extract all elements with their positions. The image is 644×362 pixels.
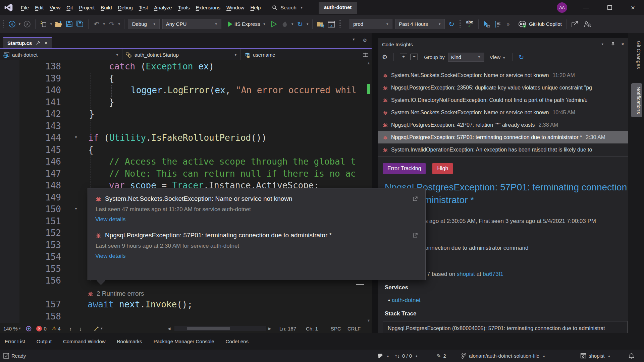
exception-row[interactable]: System.Net.Sockets.SocketException: Name… bbox=[378, 106, 628, 119]
rail-tab-notifications[interactable]: Notifications bbox=[631, 83, 642, 117]
menu-tools[interactable]: Tools bbox=[175, 3, 193, 12]
window-close-button[interactable]: × bbox=[624, 0, 642, 15]
toolbar-grip[interactable] bbox=[339, 20, 341, 28]
bottom-tab-bookmarks[interactable]: Bookmarks bbox=[117, 339, 142, 344]
scroll-down-icon[interactable]: ▼ bbox=[365, 318, 372, 322]
spell-check-button[interactable]: abc ✓ bbox=[465, 20, 475, 28]
code-line-142[interactable]: 142} bbox=[0, 109, 365, 121]
nav-type-dropdown[interactable]: auth_dotnet.Startup ▼ bbox=[122, 49, 241, 60]
error-count-icon[interactable]: ✕ bbox=[36, 326, 42, 331]
send-feedback-icon[interactable] bbox=[571, 20, 579, 28]
exception-row[interactable]: System.Net.Sockets.SocketException: Name… bbox=[378, 69, 628, 81]
horizontal-scrollbar[interactable] bbox=[174, 326, 266, 331]
notifications-bell-icon[interactable] bbox=[629, 350, 634, 362]
zoom-level[interactable]: 140 % bbox=[3, 326, 18, 331]
redo-caret-icon[interactable]: ▼ bbox=[118, 22, 121, 26]
error-count[interactable]: 0 bbox=[44, 326, 46, 331]
code-line-138[interactable]: 138catch (Exception ex) bbox=[0, 61, 365, 73]
next-issue-icon[interactable]: ↓ bbox=[79, 326, 82, 331]
settings-gear-icon[interactable]: ⚙ bbox=[382, 53, 387, 61]
github-copilot-button[interactable]: GitHub Copilot bbox=[518, 20, 562, 28]
environment-dropdown[interactable]: prod▼ bbox=[350, 19, 392, 29]
exception-row[interactable]: Npgsql.PostgresException: 57P01: termina… bbox=[378, 131, 628, 143]
menu-file[interactable]: File bbox=[18, 3, 32, 12]
code-line-157[interactable]: 157await next.Invoke(); bbox=[0, 299, 365, 311]
rail-tab-git-changes[interactable]: Git Changes bbox=[631, 38, 642, 72]
pin-icon[interactable] bbox=[36, 41, 40, 45]
fold-chevron-icon[interactable]: ▾ bbox=[74, 134, 77, 140]
exception-row[interactable]: System.InvalidOperationException: An exc… bbox=[378, 143, 628, 156]
exception-row[interactable]: Npgsql.PostgresException: 23505: duplica… bbox=[378, 81, 628, 94]
view-dropdown[interactable]: View ▼ bbox=[490, 54, 506, 60]
solution-platform-dropdown[interactable]: Any CPU▼ bbox=[162, 19, 221, 29]
code-line-139[interactable]: 139{ bbox=[0, 73, 365, 85]
environment-item[interactable]: shopist ▲ bbox=[580, 350, 611, 362]
fold-chevron-icon[interactable]: ▾ bbox=[74, 205, 77, 212]
code-line-147[interactable]: 147// Note: This can return null if ther… bbox=[0, 169, 365, 181]
menu-git[interactable]: Git bbox=[63, 3, 76, 12]
code-line-140[interactable]: 140logger.LogError(ex, "An error occurre… bbox=[0, 85, 365, 97]
horizontal-scroll-thumb[interactable] bbox=[187, 327, 230, 330]
user-search-icon[interactable] bbox=[583, 20, 592, 28]
save-all-button[interactable] bbox=[76, 20, 85, 28]
service-link[interactable]: auth-dotnet bbox=[392, 297, 421, 303]
toolbar-overflow-icon[interactable]: » bbox=[504, 20, 513, 28]
intellicode-icon[interactable] bbox=[26, 326, 32, 331]
menu-build[interactable]: Build bbox=[98, 3, 115, 12]
line-indicator[interactable]: Ln: 167 bbox=[279, 326, 296, 331]
bottom-tab-codelens[interactable]: CodeLens bbox=[226, 339, 249, 344]
bottom-tab-error-list[interactable]: Error List bbox=[5, 339, 25, 344]
new-file-caret-icon[interactable]: ▼ bbox=[50, 22, 53, 26]
exception-row[interactable]: System.IO.DirectoryNotFoundException: Co… bbox=[378, 94, 628, 106]
menu-extensions[interactable]: Extensions bbox=[193, 3, 223, 12]
hot-reload-caret-icon[interactable]: ▼ bbox=[291, 22, 294, 26]
menu-test[interactable]: Test bbox=[136, 3, 151, 12]
panel-position-caret-icon[interactable]: ▼ bbox=[601, 43, 604, 46]
hot-reload-icon[interactable] bbox=[280, 20, 289, 28]
prev-issue-icon[interactable]: ↑ bbox=[69, 326, 72, 331]
code-line-141[interactable]: 141} bbox=[0, 97, 365, 109]
hscroll-right-icon[interactable]: ▶ bbox=[268, 326, 271, 331]
tab-list-caret-icon[interactable]: ▼ bbox=[352, 38, 356, 43]
spaces-indicator[interactable]: SPC bbox=[331, 326, 341, 331]
undo-caret-icon[interactable]: ▼ bbox=[103, 22, 106, 26]
toolbar-grip[interactable] bbox=[460, 20, 461, 28]
scroll-up-icon[interactable]: ▲ bbox=[365, 61, 372, 65]
solution-configuration-dropdown[interactable]: Debug▼ bbox=[128, 19, 160, 29]
open-folder-button[interactable] bbox=[54, 20, 63, 28]
column-indicator[interactable]: Ch: 1 bbox=[306, 326, 318, 331]
toolbar-grip[interactable] bbox=[3, 20, 4, 28]
group-by-dropdown[interactable]: Kind▼ bbox=[448, 53, 484, 62]
browser-link-icon[interactable] bbox=[316, 20, 325, 28]
code-cleanup-icon[interactable] bbox=[94, 325, 100, 331]
tab-options-gear-icon[interactable]: ⚙ bbox=[363, 38, 367, 43]
exception-list[interactable]: System.Net.Sockets.SocketException: Name… bbox=[378, 64, 628, 156]
pointer-mode-icon[interactable] bbox=[482, 20, 491, 28]
panel-pin-icon[interactable] bbox=[611, 42, 615, 47]
bottom-tab-output[interactable]: Output bbox=[37, 339, 52, 344]
nav-project-dropdown[interactable]: auth-dotnet ▼ bbox=[0, 49, 122, 60]
repo-link[interactable]: shopist bbox=[457, 271, 475, 277]
restart-caret-icon[interactable]: ▼ bbox=[306, 22, 309, 26]
cleanup-caret-icon[interactable]: ▼ bbox=[100, 327, 103, 330]
menu-analyze[interactable]: Analyze bbox=[151, 3, 175, 12]
menu-debug[interactable]: Debug bbox=[115, 3, 136, 12]
nav-member-dropdown[interactable]: username bbox=[241, 49, 372, 60]
project-badge[interactable]: auth-dotnet bbox=[319, 2, 357, 14]
codelens-runtime-errors[interactable]: 2 Runtime errors bbox=[88, 288, 144, 299]
navigate-back-button[interactable] bbox=[8, 20, 16, 28]
navigate-forward-button[interactable] bbox=[23, 20, 32, 28]
zoom-caret-icon[interactable]: ▼ bbox=[18, 327, 21, 330]
window-layout-icon[interactable] bbox=[327, 20, 336, 28]
search-control[interactable]: Search ▼ bbox=[272, 5, 304, 10]
hscroll-left-icon[interactable]: ◀ bbox=[168, 326, 170, 331]
open-external-icon[interactable] bbox=[412, 233, 418, 238]
expand-all-icon[interactable]: + bbox=[400, 54, 407, 60]
warning-count[interactable]: 4 bbox=[58, 326, 60, 331]
start-debug-button[interactable]: IIS Express ▼ bbox=[226, 21, 267, 27]
start-without-debug-button[interactable] bbox=[270, 20, 278, 28]
tab-startup-cs[interactable]: Startup.cs × bbox=[3, 37, 52, 48]
avatar[interactable]: AA bbox=[557, 2, 567, 13]
window-minimize-button[interactable]: — bbox=[577, 0, 595, 15]
run-caret-icon[interactable]: ▼ bbox=[263, 22, 266, 26]
